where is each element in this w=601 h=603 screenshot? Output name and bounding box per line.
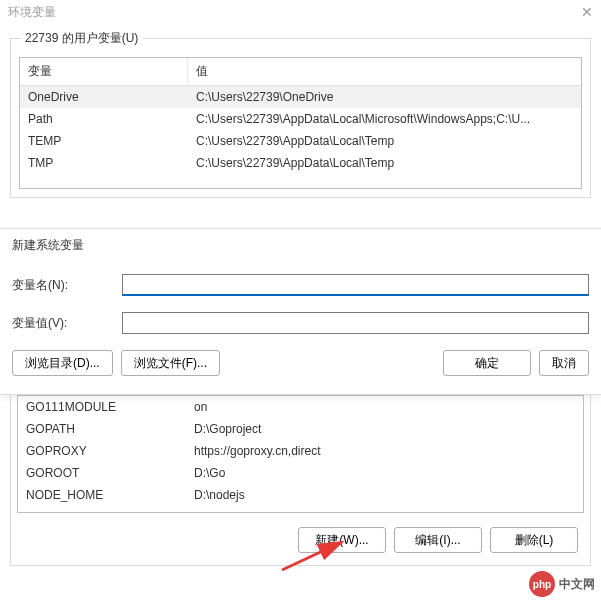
table-row[interactable]: GO111MODULE on <box>18 396 583 418</box>
ok-button[interactable]: 确定 <box>443 350 531 376</box>
dialog-title: 新建系统变量 <box>12 237 589 254</box>
system-vars-buttons: 新建(W)... 编辑(I)... 删除(L) <box>17 513 584 559</box>
cell-value: C:\Users\22739\AppData\Local\Temp <box>188 152 581 174</box>
window-title: 环境变量 <box>8 4 56 21</box>
cell-value: on <box>186 396 583 418</box>
table-row[interactable]: OneDrive C:\Users\22739\OneDrive <box>20 86 581 108</box>
cell-value: D:\Goproject <box>186 418 583 440</box>
cell-name: TEMP <box>20 130 188 152</box>
watermark-text: 中文网 <box>559 576 595 593</box>
system-vars-table[interactable]: GO111MODULE on GOPATH D:\Goproject GOPRO… <box>17 395 584 513</box>
cell-value: D:\Go <box>186 462 583 484</box>
delete-sysvar-button[interactable]: 删除(L) <box>490 527 578 553</box>
cell-value: https://goproxy.cn,direct <box>186 440 583 462</box>
new-sysvar-button[interactable]: 新建(W)... <box>298 527 386 553</box>
browse-dir-button[interactable]: 浏览目录(D)... <box>12 350 113 376</box>
main-area: 22739 的用户变量(U) 变量 值 OneDrive C:\Users\22… <box>0 24 601 208</box>
dialog-button-row: 浏览目录(D)... 浏览文件(F)... 确定 取消 <box>12 350 589 376</box>
var-value-input[interactable] <box>122 312 589 334</box>
table-row[interactable]: Path C:\Users\22739\AppData\Local\Micros… <box>20 108 581 130</box>
watermark-badge-icon: php <box>529 571 555 597</box>
col-header-value[interactable]: 值 <box>188 58 581 85</box>
var-value-label: 变量值(V): <box>12 315 122 332</box>
cell-name: GO111MODULE <box>18 396 186 418</box>
table-row[interactable]: NODE_HOME D:\nodejs <box>18 484 583 506</box>
table-row[interactable]: TMP C:\Users\22739\AppData\Local\Temp <box>20 152 581 174</box>
cell-name: OneDrive <box>20 86 188 108</box>
watermark: php 中文网 <box>529 571 595 597</box>
table-row[interactable]: GOPROXY https://goproxy.cn,direct <box>18 440 583 462</box>
cell-name: NODE_HOME <box>18 484 186 506</box>
new-system-variable-dialog: 新建系统变量 变量名(N): 变量值(V): 浏览目录(D)... 浏览文件(F… <box>0 228 601 395</box>
user-vars-group-label: 22739 的用户变量(U) <box>21 30 142 47</box>
table-header: 变量 值 <box>20 58 581 86</box>
browse-file-button[interactable]: 浏览文件(F)... <box>121 350 220 376</box>
system-vars-group: GO111MODULE on GOPATH D:\Goproject GOPRO… <box>10 388 591 566</box>
table-row[interactable]: TEMP C:\Users\22739\AppData\Local\Temp <box>20 130 581 152</box>
var-name-row: 变量名(N): <box>12 274 589 296</box>
cell-name: GOPROXY <box>18 440 186 462</box>
cell-value: D:\nodejs <box>186 484 583 506</box>
cell-name: GOPATH <box>18 418 186 440</box>
cell-value: C:\Users\22739\AppData\Local\Microsoft\W… <box>188 108 581 130</box>
cell-name: GOROOT <box>18 462 186 484</box>
user-vars-table[interactable]: 变量 值 OneDrive C:\Users\22739\OneDrive Pa… <box>19 57 582 189</box>
cancel-button[interactable]: 取消 <box>539 350 589 376</box>
table-row[interactable]: GOROOT D:\Go <box>18 462 583 484</box>
user-vars-group: 22739 的用户变量(U) 变量 值 OneDrive C:\Users\22… <box>10 38 591 198</box>
table-body: OneDrive C:\Users\22739\OneDrive Path C:… <box>20 86 581 174</box>
var-value-row: 变量值(V): <box>12 312 589 334</box>
var-name-label: 变量名(N): <box>12 277 122 294</box>
cell-value: C:\Users\22739\AppData\Local\Temp <box>188 130 581 152</box>
cell-name: TMP <box>20 152 188 174</box>
table-row[interactable]: GOPATH D:\Goproject <box>18 418 583 440</box>
edit-sysvar-button[interactable]: 编辑(I)... <box>394 527 482 553</box>
cell-value: C:\Users\22739\OneDrive <box>188 86 581 108</box>
col-header-name[interactable]: 变量 <box>20 58 188 85</box>
titlebar: 环境变量 ✕ <box>0 0 601 24</box>
close-icon[interactable]: ✕ <box>581 4 593 20</box>
cell-name: Path <box>20 108 188 130</box>
var-name-input[interactable] <box>122 274 589 296</box>
